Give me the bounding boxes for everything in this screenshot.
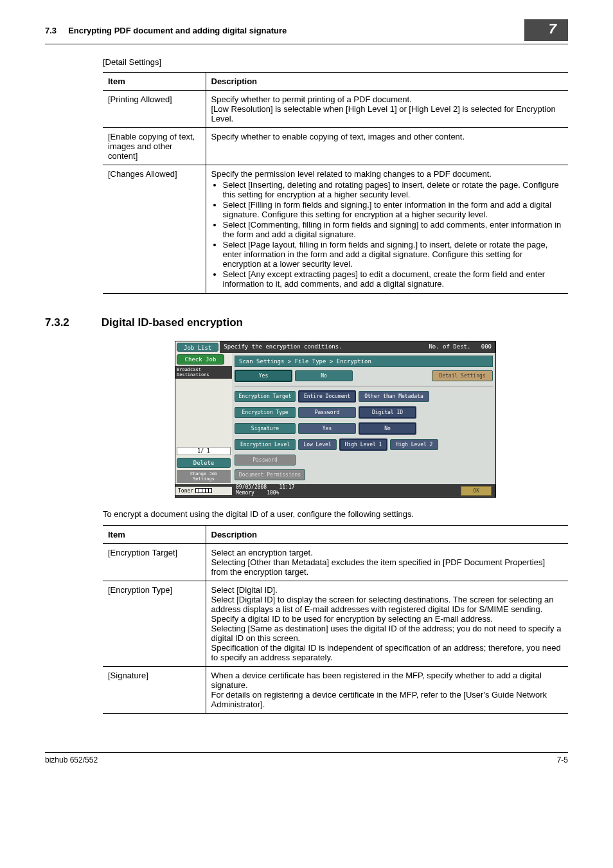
encryption-level-label: Encryption Level [235, 439, 296, 450]
item-cell: [Changes Allowed] [103, 165, 206, 294]
footer-right: 7-5 [557, 755, 568, 764]
delete-button[interactable]: Delete [177, 458, 231, 468]
encryption-type-label: Encryption Type [235, 407, 296, 418]
item-cell: [Encryption Type] [103, 581, 206, 667]
table-row: [Encryption Target] Select an encryption… [103, 544, 568, 581]
chapter-badge: 7 [524, 19, 568, 41]
body-text: To encrypt a document using the digital … [103, 509, 568, 519]
check-job-button[interactable]: Check Job [177, 354, 224, 365]
mfp-screenshot: Job List Specify the encryption conditio… [175, 341, 496, 498]
yes-button[interactable]: Yes [235, 370, 292, 382]
desc-cell: When a device certificate has been regis… [206, 667, 568, 714]
no-button[interactable]: No [295, 370, 353, 381]
toner-bars-icon [195, 488, 212, 493]
document-permissions-button[interactable]: Document Permissions [235, 469, 305, 480]
digital-id-button[interactable]: Digital ID [359, 406, 416, 419]
col-item: Item [103, 526, 206, 544]
table-row: [Encryption Type] Select [Digital ID]. S… [103, 581, 568, 667]
desc-intro: Specify the permission level related to … [211, 169, 492, 179]
col-desc: Description [206, 73, 568, 91]
detail-settings-button[interactable]: Detail Settings [432, 370, 493, 381]
list-item: Select [Any except extracting pages] to … [223, 269, 564, 289]
header-section-num: 7.3 [45, 26, 57, 35]
password-button[interactable]: Password [298, 407, 356, 418]
sig-no-button[interactable]: No [359, 422, 416, 435]
list-item: Select [Commenting, filling in form fiel… [223, 220, 564, 239]
header-title: Encrypting PDF document and adding digit… [68, 26, 287, 35]
high-level-1-button[interactable]: High Level 1 [339, 439, 387, 451]
header-left: 7.3 Encrypting PDF document and adding d… [45, 26, 287, 35]
footer-left: bizhub 652/552 [45, 755, 98, 764]
page-header: 7.3 Encrypting PDF document and adding d… [45, 19, 568, 44]
item-cell: [Signature] [103, 667, 206, 714]
detail-settings-label: [Detail Settings] [103, 57, 568, 67]
toner-indicator: Toner [175, 487, 232, 495]
encryption-target-label: Encryption Target [235, 391, 296, 402]
table-row: [Enable copying of text, images and othe… [103, 128, 568, 165]
low-level-button[interactable]: Low Level [298, 439, 337, 450]
job-list-tab[interactable]: Job List [177, 343, 218, 352]
detail-settings-table: Item Description [Printing Allowed] Spec… [103, 72, 568, 294]
digital-id-table: Item Description [Encryption Target] Sel… [103, 525, 568, 714]
instruction-text: Specify the encryption conditions. [224, 343, 342, 351]
list-item: Select [Inserting, deleting and rotating… [223, 180, 564, 199]
section-num: 7.3.2 [45, 316, 69, 329]
other-than-metadata-button[interactable]: Other than Metadata [359, 391, 429, 402]
ok-button[interactable]: OK [461, 486, 492, 496]
desc-cell: Specify the permission level related to … [206, 165, 568, 294]
table-row: [Signature] When a device certificate ha… [103, 667, 568, 714]
table-row: [Changes Allowed] Specify the permission… [103, 165, 568, 294]
signature-label: Signature [235, 423, 296, 434]
list-item: Select [Page layout, filling in form fie… [223, 240, 564, 269]
item-cell: [Printing Allowed] [103, 91, 206, 128]
col-item: Item [103, 73, 206, 91]
pager: 1/ 1 [177, 447, 231, 455]
item-cell: [Encryption Target] [103, 544, 206, 581]
page-footer: bizhub 652/552 7-5 [45, 752, 568, 764]
list-item: Select [Filling in form fields and signi… [223, 200, 564, 219]
table-row: [Printing Allowed] Specify whether to pe… [103, 91, 568, 128]
instruction-bar: Specify the encryption conditions. No. o… [220, 341, 495, 353]
dest-count: No. of Dest. 000 [429, 343, 492, 351]
change-job-settings-button[interactable]: Change Job Settings [177, 470, 231, 483]
password-settings-button[interactable]: Password [235, 455, 296, 466]
desc-cell: Select an encryption target. Selecting [… [206, 544, 568, 581]
sig-yes-button[interactable]: Yes [298, 423, 356, 434]
broadcast-label: Broadcast Destinations [175, 366, 232, 379]
item-cell: [Enable copying of text, images and othe… [103, 128, 206, 165]
section-heading: 7.3.2 Digital ID-based encryption [45, 316, 568, 329]
high-level-2-button[interactable]: High Level 2 [390, 439, 438, 450]
section-title: Digital ID-based encryption [102, 316, 243, 329]
entire-document-button[interactable]: Entire Document [298, 390, 356, 402]
breadcrumb: Scan Settings > File Type > Encryption [235, 356, 493, 367]
status-bar: 09/05/2008 11:17 Memory 100% [232, 485, 457, 496]
desc-cell: Specify whether to enable copying of tex… [206, 128, 568, 165]
desc-cell: Select [Digital ID]. Select [Digital ID]… [206, 581, 568, 667]
desc-cell: Specify whether to permit printing of a … [206, 91, 568, 128]
bullet-list: Select [Inserting, deleting and rotating… [211, 180, 564, 289]
col-desc: Description [206, 526, 568, 544]
